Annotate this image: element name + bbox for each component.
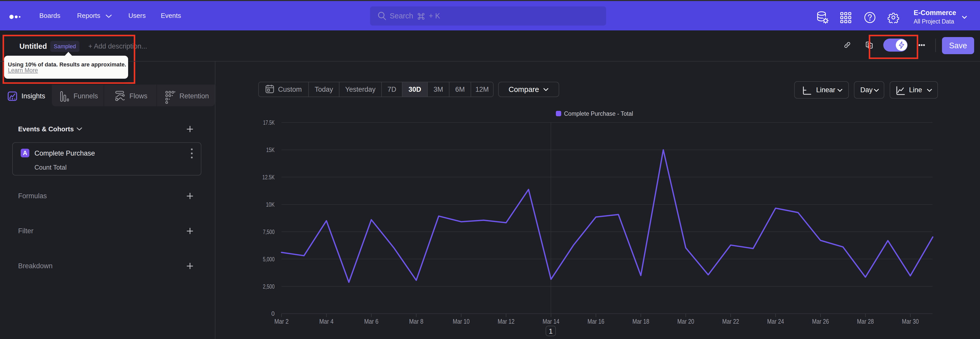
svg-text:10K: 10K	[266, 201, 275, 208]
svg-text:Mar 28: Mar 28	[857, 318, 874, 325]
svg-text:17.5K: 17.5K	[263, 119, 275, 126]
svg-text:Mar 22: Mar 22	[722, 318, 739, 325]
svg-text:Mar 6: Mar 6	[364, 318, 379, 325]
svg-text:Mar 12: Mar 12	[498, 318, 514, 325]
svg-text:2,500: 2,500	[263, 283, 275, 290]
svg-text:5,000: 5,000	[263, 256, 275, 262]
svg-text:Mar 20: Mar 20	[677, 318, 694, 325]
svg-text:0: 0	[271, 310, 275, 317]
svg-text:15K: 15K	[266, 147, 275, 153]
svg-text:Mar 14: Mar 14	[542, 318, 559, 325]
svg-text:Mar 4: Mar 4	[319, 318, 334, 325]
svg-text:Mar 24: Mar 24	[767, 318, 784, 325]
svg-text:12.5K: 12.5K	[262, 174, 275, 181]
svg-text:Mar 10: Mar 10	[453, 318, 469, 325]
svg-text:Mar 8: Mar 8	[409, 318, 423, 325]
svg-text:7,500: 7,500	[263, 229, 275, 235]
svg-text:Mar 30: Mar 30	[902, 318, 919, 325]
svg-text:Mar 16: Mar 16	[587, 318, 605, 325]
svg-text:Mar 18: Mar 18	[632, 318, 649, 325]
svg-text:Mar 26: Mar 26	[812, 318, 829, 325]
svg-text:Mar 2: Mar 2	[274, 318, 289, 325]
